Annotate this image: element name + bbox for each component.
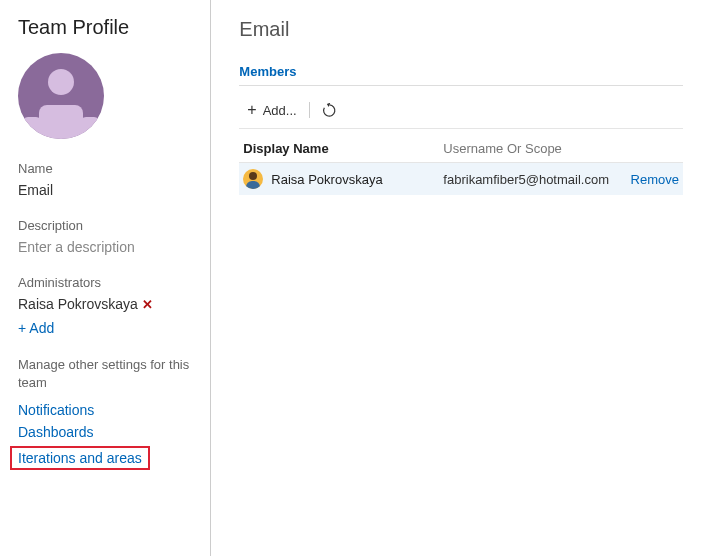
description-field[interactable]: Enter a description [18, 239, 196, 255]
col-action [609, 141, 679, 156]
link-notifications[interactable]: Notifications [18, 402, 196, 418]
member-row[interactable]: Raisa Pokrovskaya fabrikamfiber5@hotmail… [239, 163, 683, 195]
team-name-heading: Email [239, 18, 683, 41]
refresh-button[interactable] [318, 100, 341, 121]
link-iterations-and-areas[interactable]: Iterations and areas [18, 450, 142, 466]
refresh-icon [322, 103, 337, 118]
admin-name: Raisa Pokrovskaya [18, 296, 138, 312]
page-title: Team Profile [18, 16, 196, 39]
col-username[interactable]: Username Or Scope [443, 141, 609, 156]
main-content: Email Members Add... Display Name Userna… [211, 0, 701, 556]
add-button-label: Add... [263, 103, 297, 118]
add-admin-button[interactable]: + Add [18, 320, 196, 336]
description-label: Description [18, 218, 196, 233]
member-display-name: Raisa Pokrovskaya [271, 172, 382, 187]
admin-item: Raisa Pokrovskaya ✕ [18, 296, 196, 312]
col-display-name[interactable]: Display Name [243, 141, 443, 156]
name-field[interactable]: Email [18, 182, 196, 198]
sidebar: Team Profile Name Email Description Ente… [0, 0, 211, 556]
add-member-button[interactable]: Add... [243, 98, 300, 122]
tab-bar: Members [239, 63, 683, 86]
name-label: Name [18, 161, 196, 176]
admins-label: Administrators [18, 275, 196, 290]
remove-member-button[interactable]: Remove [631, 172, 679, 187]
toolbar: Add... [239, 92, 683, 129]
highlight-annotation: Iterations and areas [10, 446, 150, 470]
avatar [243, 169, 263, 189]
plus-icon [247, 101, 256, 119]
link-dashboards[interactable]: Dashboards [18, 424, 196, 440]
manage-settings-label: Manage other settings for this team [18, 356, 196, 392]
toolbar-divider [309, 102, 310, 118]
remove-admin-icon[interactable]: ✕ [142, 297, 153, 312]
team-avatar[interactable] [18, 53, 104, 139]
tab-members[interactable]: Members [239, 64, 296, 85]
members-table-header: Display Name Username Or Scope [239, 135, 683, 163]
member-username: fabrikamfiber5@hotmail.com [443, 172, 609, 187]
